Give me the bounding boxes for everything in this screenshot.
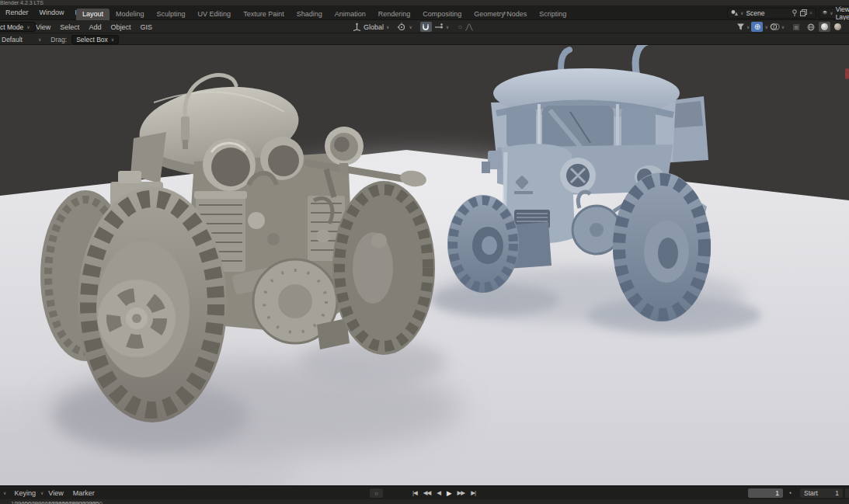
workspace-tab[interactable]: UV Editing (192, 9, 238, 20)
mode-label: Object Mode (0, 23, 23, 31)
view-layer-selector[interactable]: ∨ View Layer (819, 8, 849, 19)
scene-cluster: ∨ Scene × ∨ View Layer (727, 7, 849, 19)
show-overlays-icon[interactable] (770, 23, 780, 31)
mode-caret-icon: ∨ (26, 25, 30, 30)
window-title: Blender 4.2.3 LTS (0, 0, 43, 5)
nav-gizmo-axis-sliver[interactable] (845, 68, 849, 79)
scene-selector[interactable]: ∨ Scene × (727, 8, 816, 19)
window-titlebar: Blender 4.2.3 LTS (0, 0, 849, 5)
viewport-menu-item[interactable]: GIS (135, 21, 157, 34)
new-scene-icon[interactable] (800, 9, 807, 16)
gizmo-icon: ⊕ (754, 23, 760, 31)
editor-type-caret-icon[interactable]: ∨ (0, 491, 9, 495)
viewport-toggles: ∨ ⊕ ∨ ∨ ▣ (736, 20, 844, 33)
snap-target-icon[interactable] (434, 23, 444, 31)
auto-keyframe-toggle[interactable]: ○ (370, 488, 383, 498)
timeline-view-menu[interactable]: View (43, 486, 68, 500)
tool-preset-dropdown[interactable]: Default (2, 36, 23, 43)
side-window (621, 107, 656, 151)
shading-material-button[interactable] (832, 22, 844, 32)
start-label: Start (804, 488, 818, 498)
snap-caret-icon: ∨ (446, 25, 449, 30)
mode-dropdown[interactable]: Object Mode ∨ (0, 22, 36, 32)
preset-caret-icon: ∨ (38, 37, 41, 42)
workspace-tab[interactable]: Texture Paint (237, 9, 291, 20)
view-layer-name: View Layer (836, 5, 849, 21)
frame-ruler[interactable]: 1020304050607080901001101201301401501601… (0, 499, 849, 504)
viewport-header: Object Mode ∨ ViewSelectAddObjectGIS Glo… (0, 20, 849, 33)
playback-controls: |◀◀◀◀▶▶▶▶| (410, 488, 478, 499)
scene-icon (731, 9, 738, 16)
snap-toggle[interactable] (420, 22, 432, 32)
topbar: RenderWindowHelp LayoutModelingSculpting… (0, 5, 849, 20)
viewport-menu-item[interactable]: Object (106, 21, 135, 34)
current-frame-field[interactable]: 1 (748, 488, 783, 498)
blender-window: Blender 4.2.3 LTS RenderWindowHelp Layou… (0, 0, 849, 504)
orientation-label[interactable]: Global (364, 23, 384, 31)
overlays-caret-icon: ∨ (781, 25, 785, 30)
start-value: 1 (835, 488, 839, 498)
auto-keyframe-icon: ○ (374, 490, 378, 497)
wireframe-sphere-icon (807, 23, 815, 31)
timeline-bar: ∨ Keying ∨ View Marker ○ |◀◀◀◀▶▶▶▶| 1 ◔ … (0, 485, 849, 499)
keying-menu[interactable]: Keying (9, 486, 40, 500)
view-layer-icon (823, 9, 827, 16)
add-workspace-button[interactable]: + (499, 8, 510, 19)
viewport-canvas[interactable] (0, 45, 849, 485)
shading-wireframe-button[interactable] (806, 22, 817, 32)
workspace-tab[interactable]: Shading (291, 9, 329, 20)
filter-caret-icon: ∨ (746, 25, 750, 30)
drag-label: Drag: (50, 36, 67, 43)
scene-caret-icon: ∨ (740, 11, 743, 16)
shading-solid-button[interactable] (819, 22, 830, 32)
show-gizmo-toggle[interactable]: ⊕ (751, 22, 763, 32)
topbar-menu-item[interactable]: Render (0, 5, 34, 20)
frame-label: 250 (92, 500, 103, 504)
view-layer-caret-icon: ∨ (830, 11, 833, 16)
playback-button[interactable]: ▶ (444, 488, 454, 499)
material-sphere-icon (834, 23, 841, 30)
playback-button[interactable]: ◀ (434, 488, 443, 499)
playback-button[interactable]: ▶▶ (455, 488, 468, 499)
workspace-tab[interactable]: Animation (329, 9, 372, 20)
orientation-icon (353, 23, 361, 31)
workspace-tab[interactable]: Scripting (533, 9, 572, 20)
toggle-xray-icon[interactable]: ▣ (792, 23, 799, 31)
unlink-scene-icon[interactable]: × (809, 10, 813, 16)
viewport-menu-item[interactable]: Add (84, 21, 106, 34)
frame-start-field[interactable]: Start 1 (800, 488, 843, 498)
timeline-marker-menu[interactable]: Marker (68, 486, 99, 500)
pin-icon[interactable] (792, 9, 798, 16)
viewport-menu-item[interactable]: Select (55, 21, 84, 34)
viewport-3d[interactable] (0, 45, 849, 485)
proportional-edit-icon[interactable]: ○ (458, 23, 462, 31)
magnet-icon (422, 23, 430, 31)
filter-dropdown-icon[interactable] (736, 23, 745, 31)
transform-controls: Global ∨ ∨ ∨ ○ (353, 20, 474, 33)
drag-mode-value: Select Box (76, 36, 108, 43)
pivot-caret-icon: ∨ (409, 25, 412, 30)
pivot-point-icon[interactable] (397, 23, 406, 32)
tool-settings-bar: Default ∨ Drag: Select Box ∨ (0, 33, 849, 45)
drag-mode-dropdown[interactable]: Select Box ∨ (71, 35, 119, 44)
orientation-caret-icon: ∨ (386, 25, 389, 30)
workspace-tab[interactable]: Layout (76, 9, 110, 20)
playback-button[interactable]: ▶| (468, 488, 478, 499)
playback-button[interactable]: |◀ (410, 488, 419, 499)
workspace-tab[interactable]: Sculpting (151, 9, 192, 20)
topbar-menu-item[interactable]: Window (34, 5, 70, 20)
workspace-tab[interactable]: Modeling (110, 9, 151, 20)
scene-name: Scene (746, 9, 764, 17)
frame-end-field-sliver[interactable] (845, 488, 849, 498)
viewport-menu-item[interactable]: View (31, 21, 55, 34)
workspace-tab[interactable]: Compositing (416, 9, 468, 20)
falloff-curve-icon[interactable] (465, 23, 474, 31)
drag-caret-icon: ∨ (111, 37, 114, 42)
solid-sphere-icon (821, 23, 828, 30)
playback-button[interactable]: ◀◀ (421, 488, 433, 499)
gizmo-caret-icon: ∨ (764, 25, 767, 30)
clock-icon: ◔ (788, 488, 792, 498)
workspace-tab[interactable]: Rendering (372, 9, 417, 20)
